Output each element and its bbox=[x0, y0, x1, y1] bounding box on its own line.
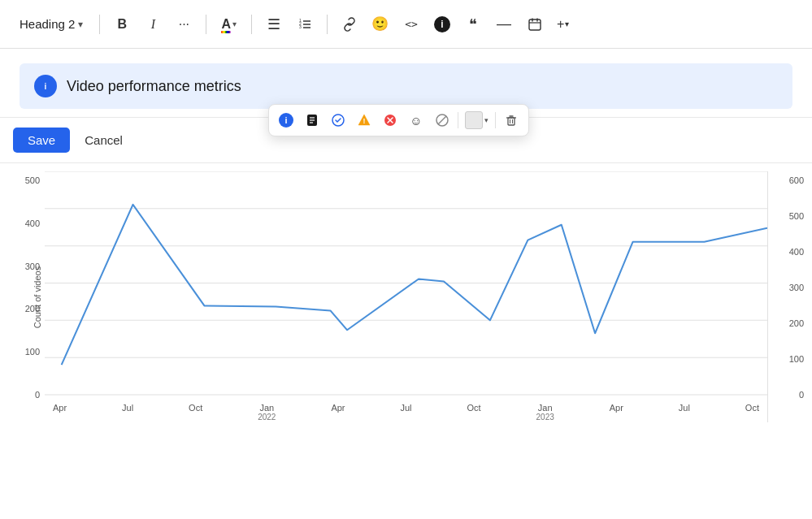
x-label-jul2: Jul bbox=[400, 403, 411, 422]
float-color-chevron-icon: ▾ bbox=[484, 116, 489, 124]
code-button[interactable]: <> bbox=[399, 12, 423, 37]
float-trash-button[interactable] bbox=[499, 108, 523, 132]
right-y-0: 0 bbox=[799, 390, 804, 400]
float-divider bbox=[458, 112, 458, 128]
link-button[interactable] bbox=[337, 12, 362, 37]
right-y-axis: 600 500 400 300 200 100 0 bbox=[767, 171, 812, 422]
x-label-jul3: Jul bbox=[679, 403, 690, 422]
x-label-apr: Apr bbox=[53, 403, 67, 422]
float-divider-2 bbox=[495, 112, 496, 128]
bold-button[interactable]: B bbox=[110, 12, 134, 37]
heading-chevron-icon: ▾ bbox=[78, 19, 83, 30]
y-label-500: 500 bbox=[25, 175, 40, 185]
calendar-button[interactable] bbox=[523, 12, 547, 37]
info-circle-button[interactable]: i bbox=[430, 12, 454, 37]
float-info-button[interactable]: i bbox=[274, 108, 298, 132]
svg-rect-24 bbox=[508, 118, 515, 125]
plus-more-button[interactable]: + ▾ bbox=[554, 12, 572, 37]
color-button[interactable]: A ▾ bbox=[216, 14, 241, 35]
y-label-100: 100 bbox=[25, 347, 40, 357]
x-label-jan2023: Jan 2023 bbox=[536, 403, 554, 422]
content-area: i Video performance metrics i bbox=[0, 49, 812, 117]
svg-line-23 bbox=[438, 116, 446, 124]
y-label-0: 0 bbox=[35, 390, 40, 400]
y-axis-title: Count of videos bbox=[33, 266, 42, 327]
info-callout[interactable]: i Video performance metrics bbox=[20, 63, 792, 109]
divider-1 bbox=[99, 15, 100, 34]
save-button[interactable]: Save bbox=[13, 128, 70, 153]
svg-text:i: i bbox=[45, 82, 47, 91]
x-label-oct2: Oct bbox=[467, 403, 480, 422]
right-y-300: 300 bbox=[789, 283, 804, 292]
callout-info-icon: i bbox=[34, 75, 57, 97]
float-warning-button[interactable]: ! bbox=[352, 108, 376, 132]
heading-label: Heading 2 bbox=[20, 17, 75, 31]
right-y-500: 500 bbox=[789, 211, 804, 221]
divider-4 bbox=[327, 15, 328, 34]
ordered-list-button[interactable]: 1 2 3 bbox=[293, 12, 317, 37]
x-label-apr3: Apr bbox=[610, 403, 623, 422]
emoji-button[interactable]: 🙂 bbox=[368, 12, 393, 37]
float-emoji-button[interactable]: ☺ bbox=[404, 108, 428, 132]
x-label-oct3: Oct bbox=[745, 403, 759, 422]
float-error-button[interactable] bbox=[378, 108, 402, 132]
float-check-button[interactable] bbox=[326, 108, 350, 132]
color-bar bbox=[221, 31, 231, 33]
right-y-200: 200 bbox=[789, 318, 804, 328]
x-label-jul: Jul bbox=[122, 403, 133, 422]
main-toolbar: Heading 2 ▾ B I ··· A ▾ ☰ 1 2 3 🙂 <> bbox=[0, 0, 812, 49]
float-block-button[interactable] bbox=[430, 108, 454, 132]
svg-text:3: 3 bbox=[299, 24, 302, 29]
right-y-100: 100 bbox=[789, 354, 804, 364]
svg-rect-6 bbox=[529, 19, 541, 30]
dash-button[interactable]: — bbox=[492, 12, 516, 37]
cancel-button[interactable]: Cancel bbox=[78, 128, 129, 153]
svg-text:!: ! bbox=[363, 117, 366, 125]
divider-3 bbox=[251, 15, 252, 34]
color-chevron-icon: ▾ bbox=[232, 19, 237, 28]
right-y-600: 600 bbox=[789, 175, 804, 185]
quote-button[interactable]: ❝ bbox=[461, 12, 485, 37]
divider-2 bbox=[206, 15, 206, 34]
unordered-list-button[interactable]: ☰ bbox=[262, 12, 286, 37]
more-button[interactable]: ··· bbox=[172, 12, 196, 37]
x-label-jan2022: Jan 2022 bbox=[258, 403, 276, 422]
callout-text: Video performance metrics bbox=[67, 78, 241, 95]
y-label-400: 400 bbox=[25, 218, 40, 228]
float-color-button[interactable]: ▾ bbox=[462, 108, 492, 132]
x-label-oct: Oct bbox=[189, 403, 202, 422]
color-icon: A bbox=[221, 17, 231, 32]
float-color-swatch bbox=[465, 111, 483, 129]
heading-select[interactable]: Heading 2 ▾ bbox=[13, 14, 89, 34]
x-label-apr2: Apr bbox=[331, 403, 345, 422]
float-toolbar: i ! bbox=[268, 104, 529, 136]
chart-container: Count of videos 500 400 300 200 100 0 bbox=[0, 162, 812, 422]
chart-svg-area: Apr Jul Oct Jan 2022 Apr Jul Oct Jan 202… bbox=[45, 171, 767, 422]
italic-button[interactable]: I bbox=[141, 12, 165, 37]
float-note-button[interactable] bbox=[300, 108, 324, 132]
right-y-400: 400 bbox=[789, 247, 804, 257]
